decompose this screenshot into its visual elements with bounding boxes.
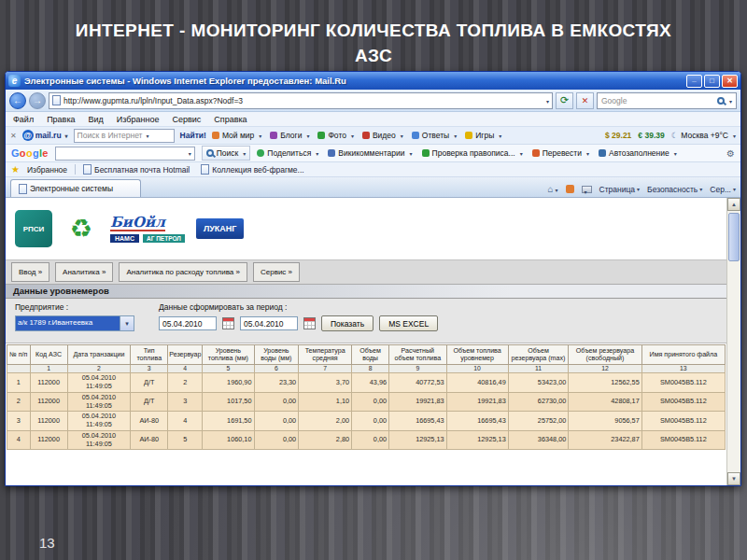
table-cell: АИ-80 <box>131 430 168 450</box>
service-label: Фото <box>328 131 346 140</box>
google-search-input[interactable] <box>55 147 195 161</box>
slide: ИНТЕРНЕТ - МОНИТОРИНГ КОЛИЧЕСТВА ТОПЛИВА… <box>0 0 747 560</box>
menu-bar: ФайлПравкаВидИзбранноеСервисСправка <box>6 112 740 127</box>
weather-widget[interactable]: Москва +9°C <box>671 131 736 140</box>
table-cell: Д/Т <box>131 373 168 393</box>
scrollbar-thumb[interactable] <box>728 213 740 261</box>
table-cell: SM0045B5.112 <box>641 373 725 393</box>
table-cell: 2 <box>168 373 203 393</box>
table-colnum-row: 12345678910111213 <box>7 365 726 373</box>
menu-item[interactable]: Справка <box>214 115 247 124</box>
google-toolbar-item[interactable]: Проверка правописа... <box>422 148 523 158</box>
column-number <box>7 365 31 373</box>
scroll-down-icon[interactable] <box>727 472 740 485</box>
page-nav-item[interactable]: Сервис » <box>253 262 300 282</box>
table-cell: АИ-80 <box>131 412 168 431</box>
minimize-button[interactable] <box>686 75 702 88</box>
search-icon[interactable] <box>717 97 725 105</box>
mailru-logo[interactable]: mail.ru <box>22 130 68 141</box>
stop-icon <box>582 96 589 105</box>
page-nav-item[interactable]: Аналитика по расходу топлива » <box>119 262 247 282</box>
google-search-button[interactable]: Поиск <box>202 146 251 161</box>
date-to-input[interactable]: 05.04.2010 <box>240 316 298 330</box>
column-number: 13 <box>641 365 725 373</box>
table-row: 211200005.04.2010 11:49:05Д/Т31017,500,0… <box>7 392 726 412</box>
menu-item[interactable]: Правка <box>47 115 75 124</box>
page-nav-item[interactable]: Ввод » <box>11 262 49 282</box>
levels-table: № п/пКод АЗСДата транзакцииТип топливаРе… <box>7 344 726 450</box>
scroll-up-icon[interactable] <box>727 198 740 211</box>
menu-item[interactable]: Вид <box>89 115 104 124</box>
mailru-search-input[interactable]: Поиск в Интернет <box>74 129 175 143</box>
mailru-service-item[interactable]: Игры <box>465 131 501 140</box>
favorites-star-icon[interactable] <box>11 164 20 175</box>
search-input[interactable]: Google <box>597 92 737 109</box>
show-button[interactable]: Показать <box>321 315 374 331</box>
mailru-search-text: Поиск в Интернет <box>78 131 143 140</box>
google-toolbar-item[interactable]: Викикомментарии <box>328 148 412 158</box>
vertical-scrollbar[interactable] <box>726 198 740 485</box>
google-toolbar-item[interactable]: Автозаполнение <box>599 148 677 158</box>
table-cell: 40816,49 <box>446 373 508 393</box>
mailru-service-item[interactable]: Ответы <box>412 131 457 140</box>
tab-electronic-systems[interactable]: Электронные системы <box>10 179 141 197</box>
favorites-label[interactable]: Избранное <box>27 165 67 175</box>
separator <box>75 164 76 175</box>
refresh-button[interactable] <box>556 92 573 109</box>
feeds-icon[interactable] <box>566 185 574 193</box>
command-bar-item[interactable]: Безопасность <box>647 185 702 194</box>
favorite-item[interactable]: Коллекция веб-фрагме... <box>201 164 303 175</box>
close-button[interactable] <box>722 75 738 88</box>
menu-item[interactable]: Файл <box>13 115 34 124</box>
service-icon <box>317 132 325 139</box>
table-wrap: № п/пКод АЗСДата транзакцииТип топливаРе… <box>6 343 726 485</box>
google-toolbar-item[interactable]: Перевести <box>532 148 589 158</box>
search-dropdown-icon[interactable] <box>727 96 732 105</box>
mailru-service-item[interactable]: Видео <box>362 131 403 140</box>
column-header: Уровень воды (мм) <box>254 345 299 365</box>
table-cell: 0,00 <box>352 430 389 450</box>
table-cell: 53423,00 <box>508 373 569 393</box>
gear-icon[interactable] <box>726 148 735 159</box>
favorites-items: Бесплатная почта HotmailКоллекция веб-фр… <box>83 164 304 175</box>
calendar-icon[interactable] <box>303 317 316 329</box>
menu-item[interactable]: Избранное <box>117 115 160 124</box>
table-cell: 12925,13 <box>389 430 447 450</box>
calendar-icon[interactable] <box>222 317 234 329</box>
enterprise-select[interactable]: а/к 1789 г.Ивантеевка <box>15 315 134 331</box>
service-label: Блоги <box>280 131 302 140</box>
forward-button[interactable] <box>29 92 46 109</box>
mailru-service-item[interactable]: Блоги <box>270 131 309 140</box>
filter-form: Предприятие : а/к 1789 г.Ивантеевка Данн… <box>6 299 726 343</box>
address-input[interactable]: http://www.gupmta.ru/lpln/Input_Data.asp… <box>49 92 553 109</box>
menu-item[interactable]: Сервис <box>172 115 201 124</box>
maximize-button[interactable] <box>704 75 720 88</box>
page-nav-item[interactable]: Аналитика » <box>55 262 113 282</box>
table-cell: SM0045B5.112 <box>641 430 725 450</box>
address-dropdown-icon[interactable] <box>544 96 549 105</box>
enterprise-value: а/к 1789 г.Ивантеевка <box>16 316 120 330</box>
mailru-service-item[interactable]: Мой мир <box>212 131 261 140</box>
excel-button[interactable]: MS EXCEL <box>379 315 438 331</box>
favorite-item[interactable]: Бесплатная почта Hotmail <box>83 164 190 175</box>
table-cell: 2,00 <box>299 412 352 431</box>
search-provider-label: Google <box>601 96 714 105</box>
table-cell: 112000 <box>30 392 67 412</box>
print-icon[interactable] <box>582 186 592 193</box>
home-icon[interactable] <box>547 184 557 194</box>
browser-window: Электронные системы - Windows Internet E… <box>5 71 741 486</box>
mailru-service-item[interactable]: Фото <box>317 131 354 140</box>
usd-rate: $ 29.21 <box>605 131 631 140</box>
back-button[interactable] <box>9 92 26 109</box>
mailru-at-icon <box>22 130 34 141</box>
select-dropdown-icon[interactable] <box>120 316 134 330</box>
command-bar-item[interactable]: Страница <box>599 185 641 194</box>
stop-button[interactable] <box>576 92 594 109</box>
google-toolbar-item[interactable]: Поделиться <box>257 148 318 158</box>
mailru-find-button[interactable]: Найти! <box>180 131 206 140</box>
column-header: Объем топлива уровнемер <box>446 345 508 365</box>
date-from-input[interactable]: 05.04.2010 <box>159 316 217 330</box>
toolbar-close-icon[interactable] <box>10 132 17 140</box>
command-bar-item[interactable]: Сер... <box>710 185 736 194</box>
period-label: Данные сформировать за период : <box>159 302 438 312</box>
